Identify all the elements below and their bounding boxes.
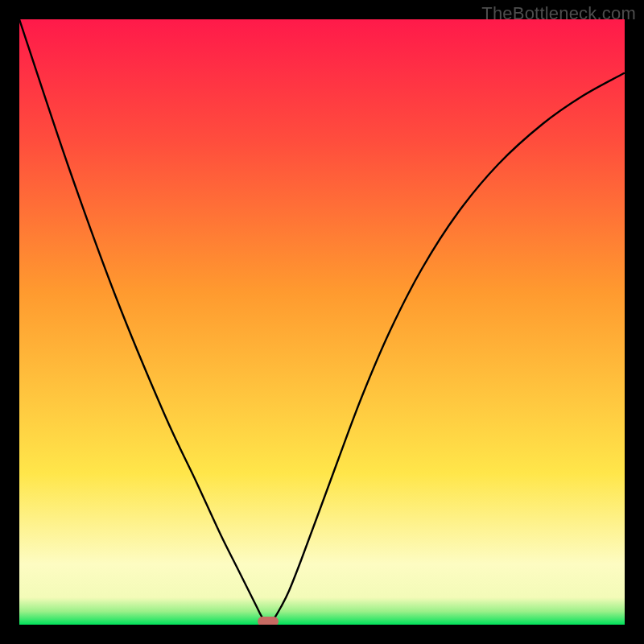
watermark-text: TheBottleneck.com [481,3,636,24]
min-marker [258,617,279,625]
chart-frame: TheBottleneck.com [0,0,644,644]
plot-area [19,19,625,625]
chart-svg [19,19,625,625]
gradient-background [19,19,625,625]
